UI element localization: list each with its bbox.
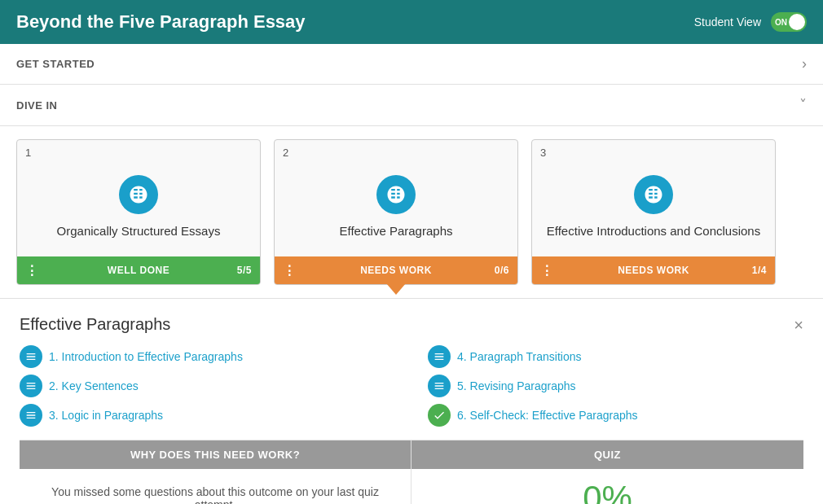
lesson-item-5[interactable]: 5. Revising Paragraphs: [428, 375, 803, 397]
lesson-item-6[interactable]: 6. Self-Check: Effective Paragraphs: [428, 404, 803, 427]
card-2-footer: ⋮ NEEDS WORK 0/6: [275, 256, 517, 284]
get-started-label: GET STARTED: [16, 58, 95, 70]
expanded-header: Effective Paragraphs ×: [20, 315, 803, 334]
card-1[interactable]: 1 Organically Structured Essays ⋮ WELL D…: [16, 139, 261, 285]
card-1-score: 5/5: [237, 265, 252, 276]
card-2-number: 2: [275, 140, 517, 159]
lesson-icon-4: [428, 345, 451, 368]
lesson-link-1[interactable]: 1. Introduction to Effective Paragraphs: [49, 350, 243, 363]
book-icon-3: [642, 183, 665, 206]
lesson-book-icon-4: [433, 350, 446, 363]
card-2-icon: [376, 175, 416, 214]
lesson-link-4[interactable]: 4. Paragraph Transitions: [457, 350, 582, 363]
page-title: Beyond the Five Paragraph Essay: [16, 11, 306, 33]
lesson-icon-3: [20, 404, 42, 427]
card-3-footer: ⋮ NEEDS WORK 1/4: [532, 256, 775, 284]
lesson-item-3[interactable]: 3. Logic in Paragraphs: [20, 404, 395, 427]
lesson-link-3[interactable]: 3. Logic in Paragraphs: [49, 409, 163, 422]
lesson-icon-2: [20, 375, 42, 397]
lesson-link-2[interactable]: 2. Key Sentences: [49, 379, 139, 392]
close-button[interactable]: ×: [794, 317, 803, 333]
card-2-score: 0/6: [495, 265, 509, 276]
card-1-number: 1: [17, 140, 260, 159]
expanded-title: Effective Paragraphs: [20, 315, 170, 334]
card-2[interactable]: 2 Effective Paragraphs ⋮ NEEDS WORK 0/6: [274, 139, 518, 285]
card-2-body: Effective Paragraphs: [275, 159, 517, 256]
toggle-on-text: ON: [775, 18, 787, 27]
lesson-selfcheck-icon-6: [433, 409, 446, 422]
card-1-footer: ⋮ WELL DONE 5/5: [17, 256, 260, 284]
lesson-icon-1: [20, 345, 42, 368]
lessons-grid: 1. Introduction to Effective Paragraphs …: [20, 345, 803, 427]
dive-in-chevron: ˅: [799, 96, 807, 114]
lesson-item-2[interactable]: 2. Key Sentences: [20, 375, 395, 397]
dive-in-section[interactable]: DIVE IN ˅: [0, 85, 823, 126]
toggle-knob: [789, 14, 805, 30]
card-3-footer-label: NEEDS WORK: [618, 265, 689, 276]
card-1-body: Organically Structured Essays: [17, 159, 260, 256]
quiz-header: QUIZ: [412, 440, 803, 469]
lesson-link-5[interactable]: 5. Revising Paragraphs: [457, 379, 576, 392]
lesson-book-icon-1: [24, 350, 37, 363]
lesson-link-6[interactable]: 6. Self-Check: Effective Paragraphs: [457, 409, 638, 422]
quiz-score: 0%: [412, 469, 803, 504]
lesson-icon-6: [428, 404, 451, 427]
lesson-icon-5: [428, 375, 451, 397]
card-2-title: Effective Paragraphs: [340, 224, 453, 238]
dots-icon-1[interactable]: ⋮: [25, 263, 39, 278]
why-work-cell: WHY DOES THIS NEED WORK? You missed some…: [20, 440, 412, 504]
card-2-footer-label: NEEDS WORK: [360, 265, 432, 276]
lesson-item-1[interactable]: 1. Introduction to Effective Paragraphs: [20, 345, 395, 368]
why-work-body: You missed some questions about this out…: [20, 469, 411, 504]
app-header: Beyond the Five Paragraph Essay Student …: [0, 0, 823, 44]
card-3-body: Effective Introductions and Conclusions: [532, 159, 775, 256]
dive-in-label: DIVE IN: [16, 99, 57, 112]
card-1-icon: [119, 175, 158, 214]
lesson-item-4[interactable]: 4. Paragraph Transitions: [428, 345, 803, 368]
cards-container: 1 Organically Structured Essays ⋮ WELL D…: [16, 139, 807, 285]
get-started-section[interactable]: GET STARTED ›: [0, 44, 823, 85]
card-3-title: Effective Introductions and Conclusions: [547, 224, 760, 238]
student-view-toggle[interactable]: ON: [771, 12, 807, 32]
cards-section: 1 Organically Structured Essays ⋮ WELL D…: [0, 126, 823, 299]
lesson-book-icon-2: [24, 379, 37, 392]
why-work-header: WHY DOES THIS NEED WORK?: [20, 440, 411, 469]
lesson-book-icon-3: [24, 409, 37, 422]
card-3-score: 1/4: [752, 265, 767, 276]
card-1-footer-label: WELL DONE: [108, 265, 169, 276]
book-icon-2: [385, 183, 407, 206]
lesson-book-icon-5: [433, 379, 446, 392]
expanded-panel: Effective Paragraphs × 1. Introduction t…: [0, 299, 823, 504]
card-1-title: Organically Structured Essays: [57, 224, 221, 238]
card-3-icon: [634, 175, 673, 214]
card-2-wrapper: 2 Effective Paragraphs ⋮ NEEDS WORK 0/6: [274, 139, 518, 285]
header-controls: Student View ON: [694, 12, 807, 32]
card-3-number: 3: [532, 140, 775, 159]
quiz-cell: QUIZ 0%: [412, 440, 803, 504]
card-3[interactable]: 3 Effective Introductions and Conclusion…: [531, 139, 776, 285]
dots-icon-3[interactable]: ⋮: [540, 263, 554, 278]
book-icon: [127, 183, 150, 206]
dots-icon-2[interactable]: ⋮: [283, 263, 297, 278]
bottom-grid: WHY DOES THIS NEED WORK? You missed some…: [20, 440, 803, 504]
student-view-label: Student View: [694, 15, 761, 28]
get-started-chevron: ›: [802, 55, 807, 72]
card-2-arrow: [386, 283, 406, 295]
